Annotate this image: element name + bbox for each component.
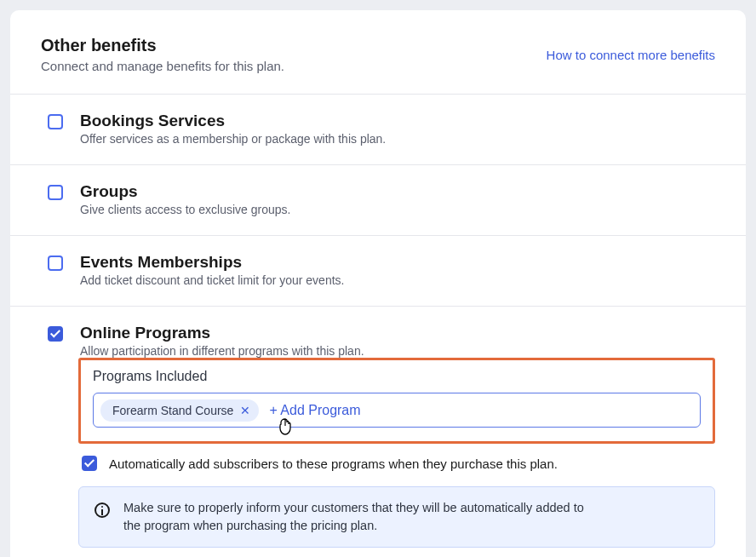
info-text: Make sure to properly inform your custom…	[123, 499, 600, 535]
bookings-checkbox[interactable]	[48, 114, 63, 129]
info-box: Make sure to properly inform your custom…	[78, 486, 715, 548]
benefit-row-bookings: Bookings Services Offer services as a me…	[10, 95, 746, 165]
connect-more-benefits-link[interactable]: How to connect more benefits	[547, 48, 715, 62]
cursor-icon	[278, 417, 293, 440]
benefit-row-groups: Groups Give clients access to exclusive …	[10, 165, 746, 236]
programs-section: Programs Included Forearm Stand Course ✕…	[10, 358, 746, 557]
program-chip: Forearm Stand Course ✕	[100, 399, 259, 422]
bookings-text: Bookings Services Offer services as a me…	[80, 112, 386, 146]
auto-add-text: Automatically add subscribers to these p…	[109, 457, 558, 471]
online-programs-title: Online Programs	[80, 324, 364, 342]
programs-included-label: Programs Included	[93, 369, 701, 384]
groups-title: Groups	[80, 182, 290, 201]
info-icon	[94, 502, 110, 518]
bookings-title: Bookings Services	[80, 112, 386, 130]
add-program-button[interactable]: + Add Program	[269, 403, 360, 418]
auto-add-row: Automatically add subscribers to these p…	[78, 456, 715, 471]
events-checkbox[interactable]	[48, 256, 63, 271]
events-desc: Add ticket discount and ticket limit for…	[80, 273, 344, 287]
events-title: Events Memberships	[80, 253, 344, 272]
groups-text: Groups Give clients access to exclusive …	[80, 182, 290, 216]
chip-close-icon[interactable]: ✕	[240, 405, 250, 416]
online-programs-desc: Allow participation in different program…	[80, 344, 364, 358]
header-title: Other benefits	[41, 36, 284, 55]
online-programs-top: Online Programs Allow participation in d…	[48, 324, 715, 358]
groups-desc: Give clients access to exclusive groups.	[80, 203, 290, 216]
benefit-row-online-programs: Online Programs Allow participation in d…	[10, 307, 746, 358]
card-header: Other benefits Connect and manage benefi…	[10, 10, 746, 95]
online-programs-checkbox[interactable]	[48, 326, 63, 342]
events-text: Events Memberships Add ticket discount a…	[80, 253, 344, 287]
online-programs-text: Online Programs Allow participation in d…	[80, 324, 364, 358]
header-subtitle: Connect and manage benefits for this pla…	[41, 59, 284, 73]
benefit-row-events: Events Memberships Add ticket discount a…	[10, 236, 746, 307]
program-chip-label: Forearm Stand Course	[112, 404, 233, 417]
benefits-card: Other benefits Connect and manage benefi…	[10, 10, 746, 557]
programs-chip-input[interactable]: Forearm Stand Course ✕ + Add Program	[93, 393, 701, 428]
programs-included-highlight: Programs Included Forearm Stand Course ✕…	[78, 358, 715, 444]
groups-checkbox[interactable]	[48, 185, 63, 200]
bookings-desc: Offer services as a membership or packag…	[80, 132, 386, 146]
auto-add-checkbox[interactable]	[82, 456, 97, 471]
header-left: Other benefits Connect and manage benefi…	[41, 36, 284, 73]
